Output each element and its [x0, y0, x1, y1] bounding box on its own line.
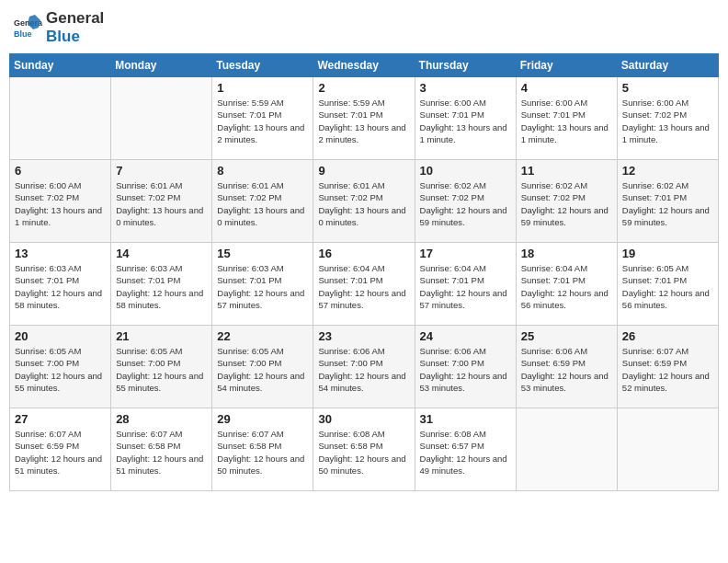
calendar-cell: 10Sunrise: 6:02 AM Sunset: 7:02 PM Dayli… [415, 160, 516, 243]
day-number: 5 [622, 81, 713, 95]
day-info: Sunrise: 6:07 AM Sunset: 6:58 PM Dayligh… [217, 428, 308, 477]
day-info: Sunrise: 6:05 AM Sunset: 7:00 PM Dayligh… [116, 345, 207, 394]
calendar-day-header: Saturday [617, 54, 718, 77]
calendar-cell: 28Sunrise: 6:07 AM Sunset: 6:58 PM Dayli… [111, 408, 212, 491]
day-info: Sunrise: 6:03 AM Sunset: 7:01 PM Dayligh… [116, 262, 207, 311]
calendar-cell: 11Sunrise: 6:02 AM Sunset: 7:02 PM Dayli… [516, 160, 617, 243]
day-info: Sunrise: 6:08 AM Sunset: 6:58 PM Dayligh… [318, 428, 409, 477]
calendar-cell: 15Sunrise: 6:03 AM Sunset: 7:01 PM Dayli… [212, 243, 313, 326]
calendar-day-header: Sunday [10, 54, 111, 77]
calendar-cell: 23Sunrise: 6:06 AM Sunset: 7:00 PM Dayli… [313, 326, 415, 408]
day-info: Sunrise: 6:06 AM Sunset: 6:59 PM Dayligh… [521, 345, 612, 394]
day-info: Sunrise: 6:01 AM Sunset: 7:02 PM Dayligh… [318, 179, 409, 228]
day-info: Sunrise: 6:07 AM Sunset: 6:59 PM Dayligh… [622, 345, 713, 394]
calendar-week-row: 13Sunrise: 6:03 AM Sunset: 7:01 PM Dayli… [10, 243, 719, 326]
day-number: 23 [318, 329, 409, 343]
day-number: 12 [622, 164, 713, 178]
calendar-table: SundayMondayTuesdayWednesdayThursdayFrid… [9, 53, 719, 491]
calendar-header-row: SundayMondayTuesdayWednesdayThursdayFrid… [10, 54, 719, 77]
calendar-cell: 16Sunrise: 6:04 AM Sunset: 7:01 PM Dayli… [313, 243, 415, 326]
calendar-cell: 17Sunrise: 6:04 AM Sunset: 7:01 PM Dayli… [415, 243, 516, 326]
day-info: Sunrise: 6:02 AM Sunset: 7:02 PM Dayligh… [420, 179, 511, 228]
calendar-cell [617, 408, 718, 491]
calendar-cell: 19Sunrise: 6:05 AM Sunset: 7:01 PM Dayli… [617, 243, 718, 326]
day-number: 26 [622, 329, 713, 343]
calendar-cell: 12Sunrise: 6:02 AM Sunset: 7:01 PM Dayli… [617, 160, 718, 243]
calendar-cell: 29Sunrise: 6:07 AM Sunset: 6:58 PM Dayli… [212, 408, 313, 491]
day-info: Sunrise: 6:07 AM Sunset: 6:59 PM Dayligh… [15, 428, 106, 477]
page-header: General Blue General Blue [9, 9, 719, 46]
calendar-cell: 6Sunrise: 6:00 AM Sunset: 7:02 PM Daylig… [10, 160, 111, 243]
day-info: Sunrise: 6:08 AM Sunset: 6:57 PM Dayligh… [420, 428, 511, 477]
day-number: 31 [420, 412, 511, 426]
day-info: Sunrise: 6:04 AM Sunset: 7:01 PM Dayligh… [318, 262, 409, 311]
calendar-cell [516, 408, 617, 491]
day-number: 21 [116, 329, 207, 343]
day-number: 25 [521, 329, 612, 343]
day-number: 16 [318, 247, 409, 260]
calendar-day-header: Thursday [415, 54, 516, 77]
day-number: 19 [622, 247, 713, 260]
calendar-week-row: 27Sunrise: 6:07 AM Sunset: 6:59 PM Dayli… [10, 408, 719, 491]
day-number: 20 [15, 329, 106, 343]
day-info: Sunrise: 6:03 AM Sunset: 7:01 PM Dayligh… [15, 262, 106, 311]
calendar-day-header: Monday [111, 54, 212, 77]
day-number: 10 [420, 164, 511, 178]
calendar-cell: 4Sunrise: 6:00 AM Sunset: 7:01 PM Daylig… [516, 77, 617, 160]
day-info: Sunrise: 5:59 AM Sunset: 7:01 PM Dayligh… [318, 97, 409, 145]
day-info: Sunrise: 6:02 AM Sunset: 7:02 PM Dayligh… [521, 179, 612, 228]
calendar-cell: 26Sunrise: 6:07 AM Sunset: 6:59 PM Dayli… [617, 326, 718, 408]
calendar-week-row: 6Sunrise: 6:00 AM Sunset: 7:02 PM Daylig… [10, 160, 719, 243]
calendar-cell: 1Sunrise: 5:59 AM Sunset: 7:01 PM Daylig… [212, 77, 313, 160]
day-number: 18 [521, 247, 612, 260]
day-info: Sunrise: 5:59 AM Sunset: 7:01 PM Dayligh… [217, 97, 308, 145]
calendar-cell: 9Sunrise: 6:01 AM Sunset: 7:02 PM Daylig… [313, 160, 415, 243]
day-info: Sunrise: 6:06 AM Sunset: 7:00 PM Dayligh… [420, 345, 511, 394]
calendar-cell: 18Sunrise: 6:04 AM Sunset: 7:01 PM Dayli… [516, 243, 617, 326]
calendar-cell: 24Sunrise: 6:06 AM Sunset: 7:00 PM Dayli… [415, 326, 516, 408]
logo: General Blue General Blue [13, 9, 104, 46]
day-number: 6 [15, 164, 106, 178]
calendar-cell: 7Sunrise: 6:01 AM Sunset: 7:02 PM Daylig… [111, 160, 212, 243]
day-info: Sunrise: 6:00 AM Sunset: 7:01 PM Dayligh… [521, 97, 612, 145]
day-number: 1 [217, 81, 308, 95]
calendar-cell: 14Sunrise: 6:03 AM Sunset: 7:01 PM Dayli… [111, 243, 212, 326]
calendar-week-row: 20Sunrise: 6:05 AM Sunset: 7:00 PM Dayli… [10, 326, 719, 408]
calendar-cell [10, 77, 111, 160]
calendar-cell: 31Sunrise: 6:08 AM Sunset: 6:57 PM Dayli… [415, 408, 516, 491]
calendar-day-header: Tuesday [212, 54, 313, 77]
day-info: Sunrise: 6:05 AM Sunset: 7:01 PM Dayligh… [622, 262, 713, 311]
day-number: 24 [420, 329, 511, 343]
svg-text:Blue: Blue [14, 29, 32, 39]
calendar-cell: 3Sunrise: 6:00 AM Sunset: 7:01 PM Daylig… [415, 77, 516, 160]
day-number: 8 [217, 164, 308, 178]
day-info: Sunrise: 6:04 AM Sunset: 7:01 PM Dayligh… [521, 262, 612, 311]
day-number: 15 [217, 247, 308, 260]
day-info: Sunrise: 6:00 AM Sunset: 7:02 PM Dayligh… [15, 179, 106, 228]
day-info: Sunrise: 6:00 AM Sunset: 7:02 PM Dayligh… [622, 97, 713, 145]
day-number: 29 [217, 412, 308, 426]
day-number: 11 [521, 164, 612, 178]
calendar-day-header: Wednesday [313, 54, 415, 77]
day-number: 22 [217, 329, 308, 343]
day-number: 28 [116, 412, 207, 426]
calendar-cell: 21Sunrise: 6:05 AM Sunset: 7:00 PM Dayli… [111, 326, 212, 408]
day-info: Sunrise: 6:01 AM Sunset: 7:02 PM Dayligh… [116, 179, 207, 228]
calendar-cell: 5Sunrise: 6:00 AM Sunset: 7:02 PM Daylig… [617, 77, 718, 160]
calendar-week-row: 1Sunrise: 5:59 AM Sunset: 7:01 PM Daylig… [10, 77, 719, 160]
calendar-cell: 25Sunrise: 6:06 AM Sunset: 6:59 PM Dayli… [516, 326, 617, 408]
calendar-cell: 13Sunrise: 6:03 AM Sunset: 7:01 PM Dayli… [10, 243, 111, 326]
day-number: 13 [15, 247, 106, 260]
day-number: 27 [15, 412, 106, 426]
day-number: 17 [420, 247, 511, 260]
day-info: Sunrise: 6:05 AM Sunset: 7:00 PM Dayligh… [217, 345, 308, 394]
day-info: Sunrise: 6:06 AM Sunset: 7:00 PM Dayligh… [318, 345, 409, 394]
calendar-cell: 20Sunrise: 6:05 AM Sunset: 7:00 PM Dayli… [10, 326, 111, 408]
day-number: 7 [116, 164, 207, 178]
calendar-cell: 22Sunrise: 6:05 AM Sunset: 7:00 PM Dayli… [212, 326, 313, 408]
calendar-cell [111, 77, 212, 160]
day-info: Sunrise: 6:01 AM Sunset: 7:02 PM Dayligh… [217, 179, 308, 228]
calendar-cell: 30Sunrise: 6:08 AM Sunset: 6:58 PM Dayli… [313, 408, 415, 491]
day-number: 30 [318, 412, 409, 426]
calendar-cell: 2Sunrise: 5:59 AM Sunset: 7:01 PM Daylig… [313, 77, 415, 160]
